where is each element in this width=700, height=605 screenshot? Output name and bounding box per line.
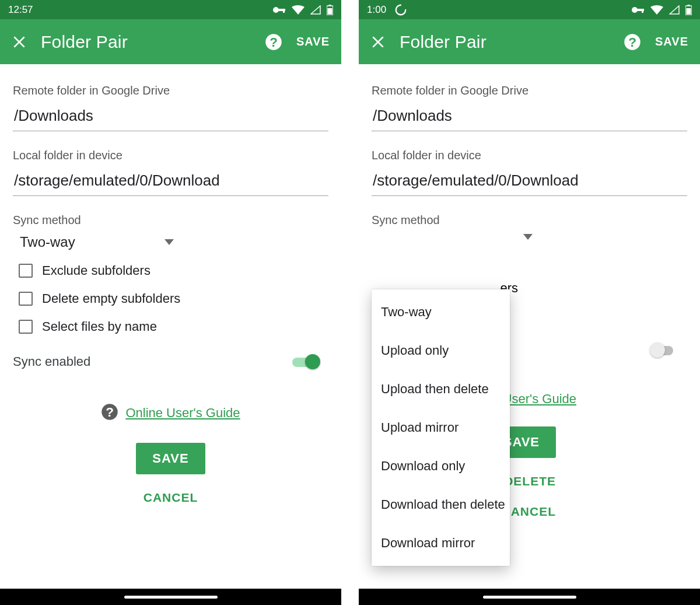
local-folder-label: Local folder in device xyxy=(372,149,687,162)
help-icon[interactable]: ? xyxy=(265,33,282,51)
popup-item-upload-mirror[interactable]: Upload mirror xyxy=(372,408,510,447)
remote-folder-label: Remote folder in Google Drive xyxy=(13,84,328,97)
popup-item-download-mirror[interactable]: Download mirror xyxy=(372,524,510,562)
checkbox-label: Exclude subfolders xyxy=(42,263,150,278)
close-icon[interactable] xyxy=(12,34,27,50)
svg-rect-15 xyxy=(688,5,690,6)
status-icons xyxy=(632,5,692,15)
sync-method-dropdown[interactable] xyxy=(372,227,535,240)
chevron-down-icon xyxy=(164,239,174,245)
popup-item-two-way[interactable]: Two-way xyxy=(372,293,510,331)
app-bar: Folder Pair ? SAVE xyxy=(0,19,341,64)
phone-left: 12:57 Folder Pair ? SAVE Remote folder i… xyxy=(0,0,341,605)
cell-signal-icon xyxy=(669,5,680,15)
svg-rect-12 xyxy=(642,9,643,13)
nav-bar xyxy=(359,589,700,605)
help-circle-icon: ? xyxy=(101,403,118,423)
svg-rect-2 xyxy=(283,9,285,13)
svg-point-0 xyxy=(273,7,279,13)
vpn-key-icon xyxy=(273,6,286,14)
local-folder-field[interactable]: /storage/emulated/0/Download xyxy=(372,166,687,196)
chevron-down-icon xyxy=(523,234,533,240)
svg-rect-14 xyxy=(687,8,691,15)
local-folder-field[interactable]: /storage/emulated/0/Download xyxy=(13,166,328,196)
popup-item-upload-then-delete[interactable]: Upload then delete xyxy=(372,370,510,408)
remote-folder-field[interactable]: /Downloads xyxy=(372,101,687,131)
checkbox-label: Select files by name xyxy=(42,319,157,334)
page-title: Folder Pair xyxy=(41,32,128,52)
checkbox-exclude-subfolders[interactable]: Exclude subfolders xyxy=(13,263,328,278)
nav-pill[interactable] xyxy=(124,596,218,599)
wifi-icon xyxy=(650,5,663,15)
delete-button[interactable]: DELETE xyxy=(504,474,556,488)
svg-text:?: ? xyxy=(270,34,278,49)
svg-text:?: ? xyxy=(628,34,636,49)
sync-enabled-switch[interactable] xyxy=(651,342,677,358)
battery-icon xyxy=(685,5,692,15)
help-icon[interactable]: ? xyxy=(624,33,641,51)
save-action[interactable]: SAVE xyxy=(655,35,688,48)
sync-method-dropdown[interactable]: Two-way xyxy=(13,227,176,250)
svg-text:?: ? xyxy=(106,405,114,419)
sync-method-popup: Two-way Upload only Upload then delete U… xyxy=(372,289,510,566)
vpn-key-icon xyxy=(632,6,645,14)
local-folder-label: Local folder in device xyxy=(13,149,328,162)
phone-right: 1:00 Folder Pair ? SAVE Remote xyxy=(359,0,700,605)
content-area: Remote folder in Google Drive /Downloads… xyxy=(359,64,700,605)
checkbox-label: Delete empty subfolders xyxy=(42,291,180,306)
checkbox-icon xyxy=(19,264,33,278)
sync-method-label: Sync method xyxy=(13,214,328,227)
wifi-icon xyxy=(292,5,304,15)
status-icons xyxy=(273,5,333,15)
sync-enabled-label: Sync enabled xyxy=(13,354,90,369)
remote-folder-label: Remote folder in Google Drive xyxy=(372,84,687,97)
sync-method-label: Sync method xyxy=(372,214,687,227)
status-time: 12:57 xyxy=(8,4,33,16)
sync-method-value: Two-way xyxy=(20,234,75,250)
page-title: Folder Pair xyxy=(400,32,487,52)
popup-item-download-only[interactable]: Download only xyxy=(372,447,510,485)
status-time: 1:00 xyxy=(367,4,386,16)
popup-item-upload-only[interactable]: Upload only xyxy=(372,331,510,370)
app-bar: Folder Pair ? SAVE xyxy=(359,19,700,64)
popup-item-download-then-delete[interactable]: Download then delete xyxy=(372,485,510,524)
cell-signal-icon xyxy=(310,5,321,15)
guide-row: ? Online User's Guide xyxy=(13,403,328,423)
content-area: Remote folder in Google Drive /Downloads… xyxy=(0,64,341,605)
svg-rect-5 xyxy=(329,5,331,6)
status-bar: 12:57 xyxy=(0,0,341,19)
battery-icon xyxy=(327,5,333,15)
online-guide-link[interactable]: Online User's Guide xyxy=(125,405,240,421)
nav-pill[interactable] xyxy=(483,596,576,599)
svg-point-10 xyxy=(632,7,638,13)
sync-enabled-switch[interactable] xyxy=(292,354,318,369)
status-bar: 1:00 xyxy=(359,0,700,19)
close-icon[interactable] xyxy=(370,34,386,50)
checkbox-select-files[interactable]: Select files by name xyxy=(13,319,328,334)
save-button[interactable]: SAVE xyxy=(136,443,205,474)
checkbox-icon xyxy=(19,292,33,306)
sync-enabled-row: Sync enabled xyxy=(13,354,328,369)
svg-rect-4 xyxy=(328,8,332,15)
save-action[interactable]: SAVE xyxy=(296,35,330,48)
checkbox-delete-empty[interactable]: Delete empty subfolders xyxy=(13,291,328,306)
cancel-button[interactable]: CANCEL xyxy=(144,491,198,505)
sync-spinner-icon xyxy=(394,4,407,16)
checkbox-icon xyxy=(19,320,33,334)
remote-folder-field[interactable]: /Downloads xyxy=(13,101,328,131)
nav-bar xyxy=(0,589,341,605)
